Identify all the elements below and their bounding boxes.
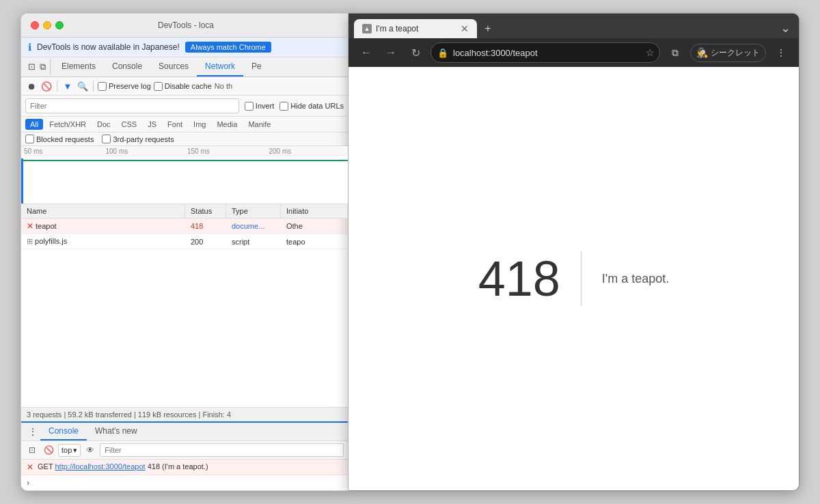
tab-bar-menu-button[interactable]: ⌄ xyxy=(778,18,793,38)
network-table-header: Name Status Type Initiato xyxy=(21,204,348,219)
error-link[interactable]: http://localhost:3000/teapot xyxy=(55,462,145,471)
third-party-label: 3rd-party requests xyxy=(113,135,174,143)
expand-arrow: › xyxy=(27,478,29,488)
forward-button[interactable]: → xyxy=(381,43,400,62)
resource-filter: All Fetch/XHR Doc CSS JS Font Img Media … xyxy=(21,117,348,132)
console-tabs: ⋮ Console What's new xyxy=(21,423,348,441)
browser-tab[interactable]: ▲ I'm a teapot ✕ xyxy=(354,19,477,38)
hide-data-urls-label: Hide data URLs xyxy=(290,102,344,110)
resource-btn-doc[interactable]: Doc xyxy=(92,119,115,130)
chevron-down-icon: ▾ xyxy=(73,446,77,455)
tick-1: 50 ms xyxy=(21,148,103,155)
row-name-text: teapot xyxy=(36,222,57,230)
console-tab-console[interactable]: Console xyxy=(40,423,87,440)
always-match-button[interactable]: Always match Chrome xyxy=(185,42,271,53)
lock-icon: 🔒 xyxy=(437,48,448,58)
blocked-requests-checkbox[interactable]: Blocked requests xyxy=(25,135,94,143)
tab-network[interactable]: Network xyxy=(197,57,243,76)
incognito-icon: 🕵 xyxy=(696,47,708,58)
row-status-polyfills: 200 xyxy=(185,235,226,249)
preserve-log-input[interactable] xyxy=(98,82,107,91)
split-view-button[interactable]: ⧉ xyxy=(666,43,685,62)
hide-data-urls-input[interactable] xyxy=(279,102,288,111)
console-expand-row[interactable]: › xyxy=(21,475,348,490)
col-header-type: Type xyxy=(226,204,281,218)
tab-elements[interactable]: Elements xyxy=(53,57,104,76)
timeline-blue-marker xyxy=(21,158,23,204)
devtools-title: DevTools - loca xyxy=(33,20,338,30)
browser-menu-button[interactable]: ⋮ xyxy=(771,43,791,62)
row-initiator-teapot: Othe xyxy=(281,219,348,233)
console-context-label: top xyxy=(62,446,72,454)
disable-cache-input[interactable] xyxy=(154,82,163,91)
row-status-teapot: 418 xyxy=(185,219,226,233)
row-name-teapot: ✕ teapot xyxy=(21,219,185,234)
resource-btn-css[interactable]: CSS xyxy=(117,119,142,130)
filter-button[interactable]: ▼ xyxy=(62,80,74,92)
resource-btn-img[interactable]: Img xyxy=(189,119,210,130)
inspect-icon[interactable]: ⊡ xyxy=(28,61,36,72)
tab-favicon: ▲ xyxy=(362,24,372,33)
console-clear-button[interactable]: 🚫 xyxy=(42,443,55,457)
console-panel: ⋮ Console What's new ⊡ 🚫 top ▾ 👁 xyxy=(21,421,348,490)
blocked-requests-input[interactable] xyxy=(25,135,34,143)
invert-input[interactable] xyxy=(245,102,254,111)
third-party-input[interactable] xyxy=(102,135,111,143)
tab-performance[interactable]: Pe xyxy=(243,57,270,76)
reload-button[interactable]: ↻ xyxy=(406,43,425,62)
row-name-polyfills: ⊞ polyfills.js xyxy=(21,234,185,249)
toolbar-separator-2 xyxy=(93,81,94,92)
incognito-label: シークレット xyxy=(711,47,760,59)
filter-input[interactable] xyxy=(25,98,239,113)
bookmark-star-icon[interactable]: ☆ xyxy=(646,47,655,58)
disable-cache-label: Disable cache xyxy=(165,82,212,90)
timeline-ruler: 50 ms 100 ms 150 ms 200 ms xyxy=(21,146,348,156)
new-tab-button[interactable]: + xyxy=(478,19,497,38)
preserve-log-checkbox[interactable]: Preserve log xyxy=(98,82,151,91)
back-button[interactable]: ← xyxy=(357,43,376,62)
error-418-divider xyxy=(581,251,582,306)
invert-label: Invert xyxy=(256,102,275,110)
console-filter-input[interactable] xyxy=(100,443,344,457)
tick-4: 200 ms xyxy=(266,148,348,155)
resource-btn-all[interactable]: All xyxy=(25,119,43,130)
network-table[interactable]: Name Status Type Initiato ✕ teapot 418 d… xyxy=(21,204,348,407)
hide-data-urls-checkbox[interactable]: Hide data URLs xyxy=(279,102,344,111)
invert-checkbox[interactable]: Invert xyxy=(245,102,275,111)
address-input-wrapper: 🔒 ☆ xyxy=(430,42,660,63)
info-icon: ℹ xyxy=(28,42,31,53)
error-suffix: 418 (I'm a teapot.) xyxy=(146,462,208,471)
clear-button[interactable]: 🚫 xyxy=(40,80,53,92)
timeline-area[interactable]: 50 ms 100 ms 150 ms 200 ms xyxy=(21,146,348,204)
tab-sources[interactable]: Sources xyxy=(150,57,197,76)
resource-btn-js[interactable]: JS xyxy=(143,119,161,130)
table-row[interactable]: ✕ teapot 418 docume... Othe xyxy=(21,219,348,234)
window-controls: DevTools - loca xyxy=(21,14,348,38)
status-bar-text: 3 requests | 59.2 kB transferred | 119 k… xyxy=(27,410,231,419)
preserve-log-label: Preserve log xyxy=(109,82,151,90)
disable-cache-checkbox[interactable]: Disable cache xyxy=(154,82,212,91)
devtools-panel: DevTools - loca ℹ DevTools is now availa… xyxy=(20,13,348,491)
console-tab-whatsnew[interactable]: What's new xyxy=(87,423,146,440)
resource-btn-manifest[interactable]: Manife xyxy=(243,119,275,130)
tab-close-button[interactable]: ✕ xyxy=(461,23,469,34)
console-error-text: GET http://localhost:3000/teapot 418 (I'… xyxy=(38,462,208,471)
browser-window: ▲ I'm a teapot ✕ + ⌄ ← → ↻ 🔒 ☆ xyxy=(348,13,800,491)
table-row[interactable]: ⊞ polyfills.js 200 script teapo xyxy=(21,234,348,249)
device-icon[interactable]: ⧉ xyxy=(40,61,46,72)
search-button[interactable]: 🔍 xyxy=(77,80,89,92)
console-content: ✕ GET http://localhost:3000/teapot 418 (… xyxy=(21,460,348,490)
resource-btn-media[interactable]: Media xyxy=(212,119,242,130)
tab-console[interactable]: Console xyxy=(104,57,150,76)
address-input[interactable] xyxy=(430,42,660,63)
third-party-checkbox[interactable]: 3rd-party requests xyxy=(102,135,174,143)
record-button[interactable]: ⏺ xyxy=(25,80,38,92)
console-context-select[interactable]: top ▾ xyxy=(58,444,81,457)
notification-bar: ℹ DevTools is now available in Japanese!… xyxy=(21,38,348,57)
console-eye-button[interactable]: 👁 xyxy=(83,443,97,457)
console-sidebar-toggle[interactable]: ⊡ xyxy=(25,443,39,457)
resource-btn-font[interactable]: Font xyxy=(163,119,187,130)
resource-btn-fetch[interactable]: Fetch/XHR xyxy=(44,119,91,130)
incognito-button[interactable]: 🕵 シークレット xyxy=(690,44,766,62)
console-menu-icon[interactable]: ⋮ xyxy=(25,423,40,440)
